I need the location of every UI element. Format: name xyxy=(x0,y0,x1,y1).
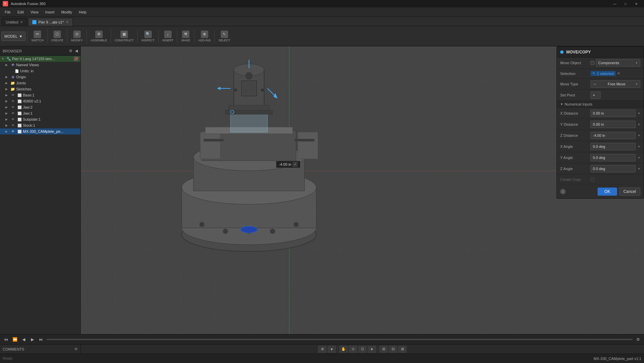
y-distance-input[interactable]: 0.00 in xyxy=(591,121,636,128)
move-type-row: Move Type ↔ Free Move ▼ xyxy=(557,79,644,90)
menu-insert[interactable]: Insert xyxy=(42,9,57,15)
play-to-start-button[interactable]: ⏮ xyxy=(3,336,9,343)
cancel-button[interactable]: Cancel xyxy=(619,188,640,196)
tab-pier9-close[interactable]: ✕ xyxy=(66,20,69,24)
browser-item-joints[interactable]: ▶ 📁 Joints xyxy=(0,80,80,86)
dim-expand-button[interactable]: ⤢ xyxy=(293,162,297,167)
toolbar-select[interactable]: ↖ SELECT xyxy=(216,29,232,43)
tab-pier9[interactable]: Pier 9 ...ate v1* ✕ xyxy=(28,18,73,26)
browser-settings-icon[interactable]: ⚙ xyxy=(69,49,72,53)
move-type-select[interactable]: ↔ Free Move ▼ xyxy=(591,80,640,88)
bottom-tool-zoom[interactable]: ⊙ xyxy=(349,346,357,353)
z-distance-arrow-icon: ▼ xyxy=(638,134,640,137)
x-distance-input[interactable]: 0.00 in xyxy=(591,110,636,117)
move-object-select[interactable]: Components ▼ xyxy=(596,59,640,67)
tab-pier9-icon xyxy=(32,20,36,24)
browser-item-sketches[interactable]: ▶ 📁 Sketches xyxy=(0,86,80,92)
bottom-tool-display2[interactable]: ⊟ xyxy=(389,346,397,353)
toolbar-divider-5 xyxy=(111,30,111,43)
toolbar-addins[interactable]: ⊕ ADD-INS xyxy=(196,29,213,43)
bottom-tool-display1[interactable]: ⊞ xyxy=(379,346,388,353)
play-to-end-button[interactable]: ⏭ xyxy=(38,336,44,343)
browser-root-item[interactable]: ▼ 🔧 Pier 9 Lang 147155 tem... 📌 xyxy=(0,56,80,62)
toolbar-inspect[interactable]: 🔍 INSPECT xyxy=(139,29,156,43)
browser-item-jaw2[interactable]: ▶ 👁 ⬜ Jaw:2 xyxy=(0,104,80,110)
bottom-tool-orbit[interactable]: ⊕ xyxy=(318,346,327,353)
menu-edit[interactable]: Edit xyxy=(15,9,27,15)
dim-value: -4.00 in xyxy=(279,162,291,166)
z-distance-input[interactable]: -4.00 in xyxy=(591,132,636,139)
svg-point-27 xyxy=(261,88,264,92)
z-angle-input[interactable]: 0.0 deg xyxy=(591,165,636,172)
svg-point-26 xyxy=(234,88,237,92)
step-back-button[interactable]: ⏪ xyxy=(11,336,18,343)
mx330-arrow: ▶ xyxy=(5,130,9,133)
set-pivot-input[interactable]: ⌖ xyxy=(591,91,601,99)
y-angle-input[interactable]: 0.0 deg xyxy=(591,154,636,161)
selection-clear-button[interactable]: ✕ xyxy=(617,71,620,76)
toolbar-divider-10 xyxy=(214,30,215,43)
x-distance-value: 0.00 in xyxy=(593,111,604,115)
browser-item-origin[interactable]: ▶ ⊕ Origin xyxy=(0,74,80,80)
minimize-button[interactable]: — xyxy=(610,0,620,7)
subplate1-icon: ⬜ xyxy=(17,117,22,122)
browser-item-45800[interactable]: ▶ 👁 ⬜ 45800 v2:1 xyxy=(0,98,80,104)
play-forward-button[interactable]: ▶ xyxy=(29,336,36,343)
menu-view[interactable]: View xyxy=(28,9,41,15)
timeline-track[interactable] xyxy=(46,339,633,340)
timeline-settings-icon[interactable]: ⚙ xyxy=(635,336,641,343)
jaw2-vis-icon: 👁 xyxy=(10,105,15,110)
svg-rect-8 xyxy=(298,132,318,159)
tab-untitled-close[interactable]: ✕ xyxy=(20,20,23,24)
play-back-button[interactable]: ◀ xyxy=(20,336,27,343)
tab-untitled[interactable]: Untitled ✕ xyxy=(1,18,27,26)
close-button[interactable]: ✕ xyxy=(631,0,641,7)
ok-button[interactable]: OK xyxy=(598,188,617,196)
dimension-indicator[interactable]: -4.00 in ⤢ xyxy=(276,161,300,168)
browser-item-jaw1[interactable]: ▶ 👁 ⬜ Jaw:1 xyxy=(0,110,80,116)
move-object-checkbox[interactable] xyxy=(591,61,595,65)
maximize-button[interactable]: □ xyxy=(620,0,631,7)
browser-item-named-views[interactable]: ▶ 👁 Named Views xyxy=(0,62,80,68)
browser-item-mx330[interactable]: ▶ 👁 ⬜ MX-330_CAMplete_pe... xyxy=(0,128,80,134)
selection-label: Selection xyxy=(560,72,591,76)
z-distance-row: Z Distance -4.00 in ▼ xyxy=(557,130,644,141)
numerical-inputs-header[interactable]: ▼ Numerical Inputs xyxy=(557,101,644,108)
bottom-tool-pan[interactable]: ✋ xyxy=(339,346,348,353)
browser-item-units[interactable]: 📄 Units: in xyxy=(0,68,80,74)
menu-file[interactable]: File xyxy=(2,9,13,15)
model-mode-button[interactable]: MODEL ▼ xyxy=(1,32,26,41)
bottom-tool-display3[interactable]: ⊠ xyxy=(398,346,407,353)
comments-settings-icon[interactable]: ⚙ xyxy=(74,347,78,351)
toolbar-construct[interactable]: ▦ CONSTRUCT xyxy=(113,29,136,43)
menubar: File Edit View Insert Modify Help xyxy=(0,7,644,17)
svg-point-25 xyxy=(245,72,253,80)
x-distance-row: X Distance 0.00 in ▼ xyxy=(557,108,644,119)
menu-modify[interactable]: Modify xyxy=(59,9,75,15)
set-pivot-row: Set Pivot ⌖ xyxy=(557,90,644,101)
browser-item-base1[interactable]: ▶ 👁 ⬜ Base:1 xyxy=(0,92,80,98)
browser-item-stock1[interactable]: ▶ 👁 ⬜ Stock:1 xyxy=(0,122,80,128)
toolbar-make[interactable]: ⚒ MAKE xyxy=(179,29,192,43)
mx330-label: MX-330_CAMplete_pe... xyxy=(23,129,63,133)
toolbar-insert[interactable]: ↓ INSERT xyxy=(160,29,175,43)
bottom-tool-dropdown1[interactable]: ▼ xyxy=(327,346,336,353)
toolbar-sketch[interactable]: ✏ SKETCH xyxy=(29,29,46,43)
x-angle-input[interactable]: 0.0 deg xyxy=(591,143,636,150)
info-icon[interactable]: i xyxy=(560,189,566,194)
stock1-arrow: ▶ xyxy=(5,124,9,127)
browser-collapse-icon[interactable]: ◀ xyxy=(75,49,78,53)
toolbar-assemble[interactable]: ⚙ ASSEMBLE xyxy=(88,29,109,43)
assemble-label: ASSEMBLE xyxy=(91,39,107,42)
toolbar-create[interactable]: ⬡ CREATE xyxy=(49,29,66,43)
z-angle-label: Z Angle xyxy=(560,167,591,171)
browser-item-subplate1[interactable]: ▶ 👁 ⬜ Subplate:1 xyxy=(0,116,80,122)
bottom-tool-measure[interactable]: ⊡ xyxy=(358,346,367,353)
jaw1-vis-icon: 👁 xyxy=(10,111,15,116)
make-label: MAKE xyxy=(182,39,190,42)
menu-help[interactable]: Help xyxy=(76,9,89,15)
toolbar-modify[interactable]: ⊙ MODIFY xyxy=(69,29,85,43)
create-copy-checkbox[interactable] xyxy=(591,177,595,182)
insert-icon: ↓ xyxy=(164,31,172,38)
bottom-tool-dropdown2[interactable]: ▼ xyxy=(367,346,376,353)
